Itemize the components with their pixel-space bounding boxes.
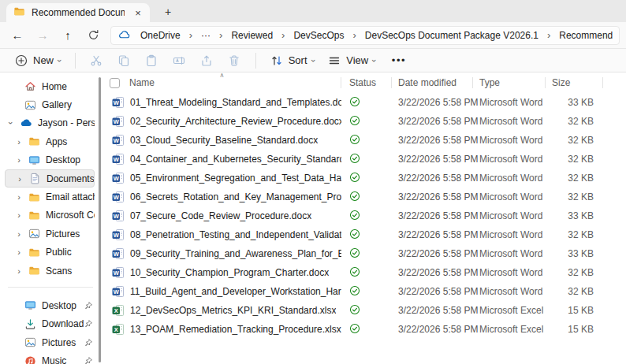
sidebar-scrollbar[interactable] (99, 77, 101, 362)
active-tab[interactable]: Recommended Documents × (6, 3, 150, 22)
sidebar-item-pictures[interactable]: Pictures (5, 333, 95, 351)
breadcrumb-overflow-button[interactable]: ··· (197, 28, 214, 43)
file-row[interactable]: X 13_POAM_Remediation_Tracking_Procedure… (102, 320, 626, 339)
more-options-button[interactable]: ••• (382, 54, 415, 66)
file-type: Microsoft Word D... (473, 210, 546, 221)
sidebar-item-apps[interactable]: › Apps (5, 132, 95, 150)
chevron-icon[interactable]: › (14, 210, 24, 220)
folder-icon (28, 136, 40, 148)
sidebar-item-music[interactable]: Music (5, 351, 95, 364)
chevron-down-icon: › (55, 59, 65, 62)
chevron-icon[interactable]: › (14, 192, 24, 202)
file-row[interactable]: W 01_Threat_Modeling_Standard_and_Templa… (102, 93, 626, 112)
view-lines-icon (327, 50, 341, 71)
delete-button[interactable] (221, 50, 248, 71)
refresh-icon[interactable] (80, 25, 106, 46)
sidebar-item-email-attachm[interactable]: › Email attachm (5, 188, 95, 206)
file-row[interactable]: W 02_Security_Architecture_Review_Proced… (102, 112, 626, 131)
downloads-icon (24, 318, 36, 330)
address-bar[interactable]: OneDrive›···›Reviewed›DevSecOps›DevSecOp… (110, 26, 620, 45)
navigation-bar: ← → ↑ OneDrive›···›Reviewed›DevSecOps›De… (0, 22, 626, 48)
breadcrumb-item[interactable]: DevSecOps Document Package V2026.1 (361, 28, 542, 43)
file-name: 13_POAM_Remediation_Tracking_Procedure.x… (130, 324, 341, 335)
file-row[interactable]: W 11_Build_Agent_and_Developer_Workstati… (102, 282, 626, 301)
file-row[interactable]: W 09_Security_Training_and_Awareness_Pla… (102, 244, 626, 263)
sync-status-check-icon (349, 115, 360, 128)
chevron-icon[interactable]: › (6, 118, 16, 128)
forward-icon[interactable]: → (30, 25, 55, 46)
word-file-icon: W (112, 96, 125, 109)
breadcrumb: OneDrive›···›Reviewed›DevSecOps›DevSecOp… (136, 28, 613, 43)
sidebar-item-label: Pictures (42, 337, 84, 348)
chevron-icon[interactable]: › (14, 266, 24, 276)
pictures-icon (28, 228, 40, 240)
sort-button[interactable]: Sort › (263, 50, 322, 71)
back-icon[interactable]: ← (5, 25, 30, 46)
column-header-size[interactable]: Size (546, 72, 603, 93)
close-tab-button[interactable]: × (131, 7, 145, 19)
word-file-icon: W (112, 191, 125, 203)
folder-tab-icon (13, 6, 25, 20)
file-row[interactable]: W 03_Cloud_Security_Baseline_Standard.do… (102, 131, 626, 150)
chevron-icon[interactable]: › (14, 137, 24, 147)
select-all-checkbox[interactable] (110, 78, 120, 88)
share-button[interactable] (193, 50, 221, 71)
sidebar-item-documents[interactable]: › Documents (5, 169, 95, 188)
sort-ascending-icon: ∧ (220, 72, 225, 79)
file-row[interactable]: W 10_Security_Champion_Program_Charter.d… (102, 263, 626, 282)
file-row[interactable]: W 07_Secure_Code_Review_Procedure.docx 3… (102, 206, 626, 225)
sidebar-item-desktop[interactable]: › Desktop (5, 151, 95, 169)
sidebar-item-scans[interactable]: › Scans (5, 262, 95, 280)
breadcrumb-separator-icon: › (184, 29, 197, 41)
file-row[interactable]: W 08_Penetration_Testing_and_Independent… (102, 225, 626, 244)
file-name: 04_Container_and_Kubernetes_Security_Sta… (130, 154, 341, 165)
breadcrumb-item[interactable]: OneDrive (136, 28, 184, 43)
gallery-icon (24, 98, 36, 111)
new-button[interactable]: New › (8, 50, 68, 71)
rename-button[interactable] (166, 50, 193, 71)
file-size: 32 KB (546, 116, 603, 127)
chevron-icon[interactable]: › (14, 155, 24, 165)
view-button[interactable]: View › (321, 50, 382, 71)
sidebar-item-desktop[interactable]: Desktop (5, 296, 95, 314)
file-type: Microsoft Word D... (473, 248, 546, 259)
chevron-icon[interactable]: › (15, 174, 24, 184)
column-header-name[interactable]: Name ∧ (102, 72, 341, 93)
breadcrumb-item[interactable]: DevSecOps (289, 28, 348, 43)
file-row[interactable]: W 05_Environment_Segregation_and_Test_Da… (102, 169, 626, 188)
new-tab-button[interactable]: + (161, 6, 175, 18)
breadcrumb-item[interactable]: Reviewed (227, 28, 277, 43)
paste-button[interactable] (138, 50, 166, 71)
sidebar-item-gallery[interactable]: Gallery (5, 95, 95, 113)
chevron-icon[interactable]: › (14, 229, 24, 239)
file-row[interactable]: W 04_Container_and_Kubernetes_Security_S… (102, 150, 626, 169)
folder-icon (28, 246, 40, 258)
file-row[interactable]: W 06_Secrets_Rotation_and_Key_Management… (102, 188, 626, 206)
svg-text:W: W (114, 118, 120, 125)
column-header-type[interactable]: Type (473, 72, 546, 93)
pin-icon (84, 338, 93, 347)
sidebar-item-home[interactable]: Home (5, 77, 95, 95)
sync-status-check-icon (349, 153, 360, 166)
svg-text:W: W (114, 213, 120, 220)
sidebar-item-pictures[interactable]: › Pictures (5, 225, 95, 243)
column-header-date-modified[interactable]: Date modified (392, 72, 473, 93)
column-header-status[interactable]: Status (341, 72, 392, 93)
sidebar-item-microsoft-copi[interactable]: › Microsoft Copi (5, 206, 95, 225)
sidebar-item-public[interactable]: › Public (5, 243, 95, 262)
file-date-modified: 3/22/2026 5:58 PM (392, 229, 473, 240)
cut-button[interactable] (83, 50, 110, 71)
breadcrumb-item[interactable]: Recommended Documents (555, 28, 613, 43)
word-file-icon: W (112, 172, 125, 184)
copy-button[interactable] (110, 50, 138, 71)
file-date-modified: 3/22/2026 5:58 PM (392, 305, 473, 316)
sidebar-item-downloads[interactable]: Downloads (5, 315, 95, 333)
sidebar-item-jayson-persona[interactable]: › Jayson - Persona (5, 114, 95, 132)
desktop-icon (24, 299, 36, 312)
sidebar-item-label: Microsoft Copi (46, 210, 95, 221)
sync-status-check-icon (349, 266, 360, 280)
excel-file-icon: X (112, 304, 125, 317)
chevron-icon[interactable]: › (14, 247, 24, 257)
file-row[interactable]: X 12_DevSecOps_Metrics_KPI_KRI_Standard.… (102, 301, 626, 320)
up-icon[interactable]: ↑ (55, 25, 80, 46)
